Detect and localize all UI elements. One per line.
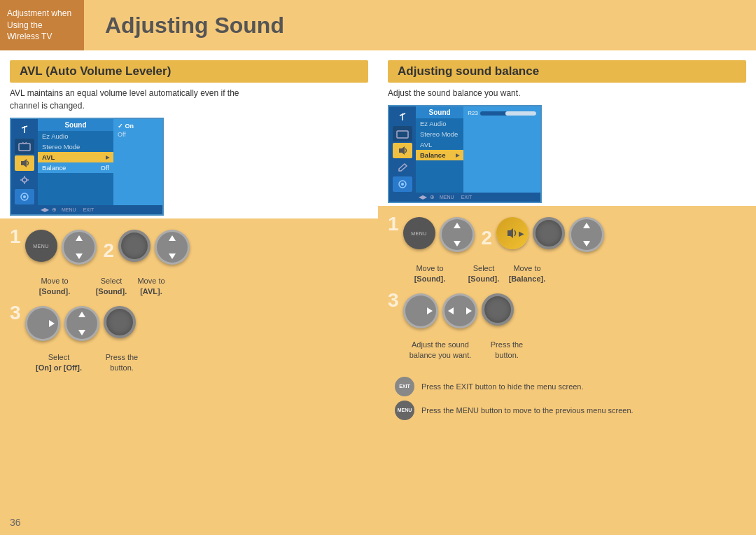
balance-instructions: 1 MENU 2 <box>378 206 756 535</box>
press-button[interactable] <box>104 306 136 338</box>
menu-note: MENU Press the MENU button to move to th… <box>395 401 746 420</box>
menu-text: Press the MENU button to move to the pre… <box>421 406 634 415</box>
captions-row-r12: Move to[Sound]. Select[Sound]. Move to[B… <box>395 260 746 285</box>
tv-avl-off: Off <box>116 130 160 139</box>
caption-r1: Move to[Sound]. <box>395 260 465 285</box>
tv-balance-subpanel: R23 <box>463 106 540 202</box>
btn-press-wrapper <box>104 306 136 338</box>
tv-sidebar-right <box>389 106 416 202</box>
tv-menu-avl: Sound Ez Audio Stereo Mode AVL ▶ Balance… <box>10 118 164 216</box>
btn-menu-wrapper: MENU <box>25 230 57 262</box>
btn-updown-r2-wrapper <box>569 217 604 252</box>
caption-step3-press: Press thebutton. <box>101 349 143 374</box>
btn-select-wrapper <box>118 230 150 262</box>
tv-icon-antenna <box>15 122 34 137</box>
svg-marker-5 <box>21 159 27 167</box>
step-row-r3: 3 <box>388 293 746 328</box>
arrow-down-icon-2 <box>169 253 176 259</box>
tv-menu-content: Sound Ez Audio Stereo Mode AVL ▶ Balance… <box>38 119 113 214</box>
menu-button-r[interactable]: MENU <box>403 217 435 249</box>
menu-note-label: MENU <box>398 408 412 412</box>
arrow-down-icon <box>76 253 83 259</box>
updown-button-3[interactable] <box>64 306 99 341</box>
btn-updown-3-wrapper <box>64 306 99 341</box>
press-button-r[interactable] <box>482 293 514 326</box>
notes-area: EXIT Press the EXIT button to hide the m… <box>395 377 746 420</box>
step-num-3: 3 <box>10 303 21 323</box>
btn-updown-2-wrapper <box>155 230 190 265</box>
caption-step1: Move to[Sound]. <box>17 273 92 298</box>
avl-section: AVL (Auto Volume Leveler) AVL maintains … <box>0 50 378 218</box>
btn-updown-1-wrapper <box>62 230 97 265</box>
svg-marker-19 <box>507 228 513 238</box>
leftright-button[interactable] <box>442 293 477 328</box>
left-panel: AVL (Auto Volume Leveler) AVL maintains … <box>0 50 378 535</box>
select-button[interactable] <box>118 230 150 262</box>
arrow-right-icon-r <box>427 307 433 314</box>
captions-row-12: Move to[Sound]. Select[Sound]. Move to[A… <box>17 273 368 298</box>
svg-rect-2 <box>19 144 30 151</box>
icon-button-r[interactable] <box>496 217 528 249</box>
tv-menu-header-right: Sound <box>416 106 463 118</box>
avl-heading: AVL (Auto Volume Leveler) <box>10 60 368 83</box>
step-row-1-2: 1 MENU 2 <box>10 230 368 265</box>
arrow-up-icon-r2 <box>583 223 590 228</box>
caption-r3-adjust: Adjust the soundbalance you want. <box>395 337 486 361</box>
exit-text: Press the EXIT button to hide the menu s… <box>421 382 584 391</box>
tv-menu-header: Sound <box>38 119 113 131</box>
tv-menu-item-balance: BalanceOff <box>38 162 113 173</box>
avl-description: AVL maintains an equal volume level auto… <box>0 87 378 112</box>
tv-sidebar <box>11 119 38 214</box>
avl-instructions: 1 MENU 2 <box>0 218 378 535</box>
arrow-right-icon <box>49 320 55 327</box>
arrow-left-icon <box>448 307 454 314</box>
tv-icon-settings <box>15 172 34 188</box>
updown-button-2[interactable] <box>155 230 190 265</box>
right-button[interactable] <box>25 306 60 341</box>
arrow-down-icon-3 <box>78 330 85 335</box>
step-num-r2-inline: 2 <box>482 228 493 248</box>
menu-button[interactable]: MENU <box>25 230 57 262</box>
balance-description: Adjust the sound balance you want. <box>378 87 756 99</box>
step-num-r3: 3 <box>388 291 399 310</box>
arrow-up-icon-r1 <box>454 223 461 228</box>
exit-button: EXIT <box>395 377 414 396</box>
btn-right-wrapper <box>25 306 60 341</box>
updown-button-r2[interactable] <box>569 217 604 252</box>
caption-r2-move: Move to[Balance]. <box>503 260 552 285</box>
arrow-down-icon-r2 <box>583 241 590 246</box>
btn-press-r-wrapper <box>482 293 514 326</box>
btn-icon-r-wrapper <box>496 217 528 249</box>
step-num-r1: 1 <box>388 214 399 234</box>
exit-label: EXIT <box>399 384 410 389</box>
svg-point-6 <box>22 178 27 182</box>
arrow-up-icon-2 <box>169 235 176 241</box>
caption-step2-move: Move to[AVL]. <box>130 273 172 298</box>
btn-updown-r1-wrapper <box>440 217 475 252</box>
btn-select-r-wrapper <box>533 217 565 249</box>
sound-icon <box>505 226 519 240</box>
btn-right-r-wrapper <box>403 293 438 328</box>
right-button-r[interactable] <box>403 293 438 328</box>
balance-fill <box>505 111 536 116</box>
tv-menu-item-stereo-r: Stereo Mode <box>416 129 463 139</box>
balance-section: Adjusting sound balance Adjust the sound… <box>378 50 756 206</box>
tv-avl-subpanel: ✓ On Off <box>113 119 162 214</box>
balance-heading: Adjusting sound balance <box>388 60 746 83</box>
btn-leftright-wrapper <box>442 293 477 328</box>
svg-marker-16 <box>399 146 405 155</box>
balance-track <box>480 111 536 116</box>
step-num-1: 1 <box>10 227 21 246</box>
header-tag-text: Adjustment when Using the Wireless TV <box>7 8 77 43</box>
main-content: AVL (Auto Volume Leveler) AVL maintains … <box>0 50 756 535</box>
tv-icon-pen-r <box>393 160 412 175</box>
select-button-r[interactable] <box>533 217 565 249</box>
page-header: Adjustment when Using the Wireless TV Ad… <box>0 0 756 50</box>
tv-icon-channel <box>15 189 34 204</box>
updown-button-r1[interactable] <box>440 217 475 252</box>
caption-r2-select: Select[Sound]. <box>465 260 503 285</box>
updown-button-1[interactable] <box>62 230 97 265</box>
step-num-2-inline: 2 <box>104 241 115 260</box>
tv-icon-channel-r <box>393 176 412 192</box>
tv-menu-footer: ◀▶⊕MENUEXIT <box>38 205 162 214</box>
